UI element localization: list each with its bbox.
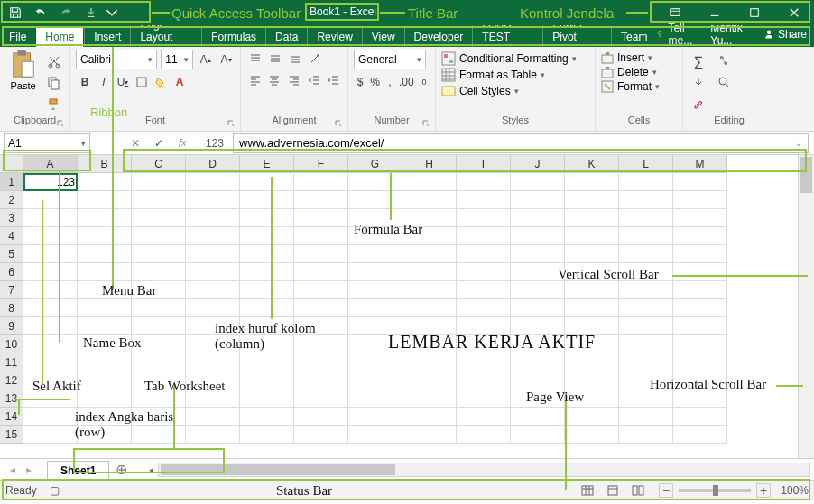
zoom-out-button[interactable]: − bbox=[659, 483, 673, 498]
cell-M1[interactable] bbox=[673, 173, 727, 191]
tab-review[interactable]: Review bbox=[307, 27, 361, 47]
cell-B3[interactable] bbox=[78, 209, 132, 227]
cell-K11[interactable] bbox=[565, 353, 619, 371]
cell-I2[interactable] bbox=[457, 191, 511, 209]
cell-G11[interactable] bbox=[348, 353, 402, 371]
cell-J3[interactable] bbox=[511, 209, 565, 227]
cell-K12[interactable] bbox=[565, 371, 619, 389]
align-left-icon[interactable] bbox=[246, 71, 264, 89]
cell-B13[interactable] bbox=[78, 389, 132, 408]
cell-J5[interactable] bbox=[511, 245, 565, 263]
fill-icon[interactable] bbox=[689, 73, 708, 91]
font-size-dropdown[interactable]: 11▾ bbox=[161, 50, 193, 69]
cell-L1[interactable] bbox=[619, 173, 673, 191]
row-header-1[interactable]: 1 bbox=[0, 173, 23, 191]
tell-me-search[interactable]: Tell me... bbox=[656, 22, 701, 47]
cell-A14[interactable] bbox=[23, 408, 78, 426]
sheet-nav-next-icon[interactable]: ▸ bbox=[22, 463, 36, 477]
cell-H1[interactable] bbox=[402, 173, 457, 191]
row-header-7[interactable]: 7 bbox=[0, 281, 23, 299]
cell-J8[interactable] bbox=[511, 299, 565, 317]
vertical-scrollbar[interactable]: ▲ bbox=[798, 155, 814, 458]
underline-button[interactable]: U▾ bbox=[114, 73, 132, 91]
cell-M6[interactable] bbox=[673, 263, 727, 281]
cell-L13[interactable] bbox=[619, 389, 673, 408]
cell-I5[interactable] bbox=[457, 245, 511, 263]
cut-icon[interactable] bbox=[44, 51, 64, 71]
cell-F7[interactable] bbox=[294, 281, 348, 299]
cell-I13[interactable] bbox=[457, 389, 511, 408]
cell-A5[interactable] bbox=[23, 245, 78, 263]
cell-F14[interactable] bbox=[294, 408, 348, 426]
cell-G10[interactable] bbox=[348, 335, 402, 353]
cell-M10[interactable] bbox=[673, 335, 727, 353]
cell-J7[interactable] bbox=[511, 281, 565, 299]
cell-A8[interactable] bbox=[23, 299, 78, 317]
cell-B14[interactable] bbox=[78, 408, 132, 426]
cell-B1[interactable] bbox=[78, 173, 132, 191]
font-dialog-launcher[interactable] bbox=[227, 118, 237, 129]
name-box[interactable]: A1▾ bbox=[4, 133, 90, 153]
zoom-level[interactable]: 100% bbox=[776, 484, 809, 497]
cell-H13[interactable] bbox=[402, 389, 457, 408]
cell-M8[interactable] bbox=[673, 299, 727, 317]
column-header-B[interactable]: B bbox=[78, 155, 132, 173]
cell-I11[interactable] bbox=[457, 353, 511, 371]
cell-D1[interactable] bbox=[186, 173, 240, 191]
cell-J11[interactable] bbox=[511, 353, 565, 371]
increase-decimal-icon[interactable]: .00 bbox=[398, 73, 415, 91]
font-color-button[interactable]: A bbox=[171, 73, 189, 91]
cell-B12[interactable] bbox=[78, 371, 132, 389]
cell-H6[interactable] bbox=[402, 263, 457, 281]
cell-K5[interactable] bbox=[565, 245, 619, 263]
cell-J9[interactable] bbox=[511, 317, 565, 335]
cell-C4[interactable] bbox=[132, 227, 186, 245]
cell-A2[interactable] bbox=[23, 191, 78, 209]
cell-K13[interactable] bbox=[565, 389, 619, 408]
delete-cells-button[interactable]: Delete▾ bbox=[601, 66, 677, 78]
cell-I3[interactable] bbox=[457, 209, 511, 227]
cell-F6[interactable] bbox=[294, 263, 348, 281]
row-header-10[interactable]: 10 bbox=[0, 335, 23, 353]
cell-G4[interactable] bbox=[348, 227, 402, 245]
fx-icon[interactable]: fx bbox=[171, 133, 193, 153]
clipboard-dialog-launcher[interactable] bbox=[56, 118, 67, 129]
row-header-14[interactable]: 14 bbox=[0, 408, 23, 426]
enter-formula-icon[interactable]: ✓ bbox=[148, 133, 170, 153]
cell-G5[interactable] bbox=[348, 245, 402, 263]
cell-L7[interactable] bbox=[619, 281, 673, 299]
cell-A6[interactable] bbox=[23, 263, 78, 281]
cell-K10[interactable] bbox=[565, 335, 619, 353]
cell-K3[interactable] bbox=[565, 209, 619, 227]
zoom-slider[interactable] bbox=[679, 489, 751, 492]
cell-G15[interactable] bbox=[348, 426, 402, 444]
cell-C1[interactable] bbox=[132, 173, 186, 191]
column-header-C[interactable]: C bbox=[132, 155, 186, 173]
cell-C13[interactable] bbox=[132, 389, 186, 408]
undo-icon[interactable] bbox=[29, 2, 52, 23]
cell-C6[interactable] bbox=[132, 263, 186, 281]
column-header-M[interactable]: M bbox=[673, 155, 727, 173]
cell-F3[interactable] bbox=[294, 209, 348, 227]
cell-H8[interactable] bbox=[402, 299, 457, 317]
cell-K4[interactable] bbox=[565, 227, 619, 245]
cell-F15[interactable] bbox=[294, 426, 348, 444]
cell-F10[interactable] bbox=[294, 335, 348, 353]
cell-I14[interactable] bbox=[457, 408, 511, 426]
cell-J6[interactable] bbox=[511, 263, 565, 281]
cell-L15[interactable] bbox=[619, 426, 673, 444]
row-header-5[interactable]: 5 bbox=[0, 245, 23, 263]
cell-C10[interactable] bbox=[132, 335, 186, 353]
cell-L14[interactable] bbox=[619, 408, 673, 426]
cell-B8[interactable] bbox=[78, 299, 132, 317]
cell-E6[interactable] bbox=[240, 263, 294, 281]
align-center-icon[interactable] bbox=[266, 71, 284, 89]
cell-D10[interactable] bbox=[186, 335, 240, 353]
cell-E12[interactable] bbox=[240, 371, 294, 389]
cell-L4[interactable] bbox=[619, 227, 673, 245]
cell-G9[interactable] bbox=[348, 317, 402, 335]
format-painter-icon[interactable] bbox=[44, 95, 64, 115]
tab-view[interactable]: View bbox=[362, 27, 404, 47]
column-header-E[interactable]: E bbox=[240, 155, 294, 173]
new-sheet-button[interactable]: ⊕ bbox=[111, 460, 131, 480]
